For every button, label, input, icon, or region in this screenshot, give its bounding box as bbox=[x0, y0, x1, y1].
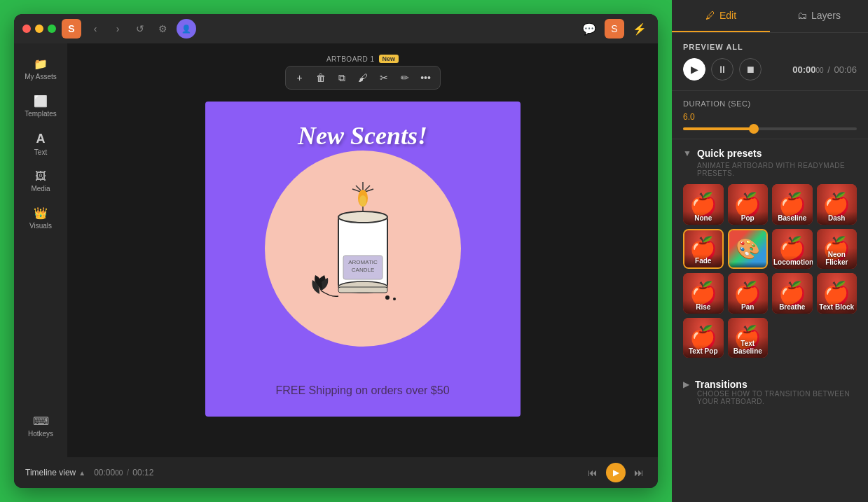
user-avatar: 👤 bbox=[177, 19, 196, 39]
sidebar-item-visuals[interactable]: 👑 Visuals bbox=[18, 201, 63, 235]
sidebar-bottom: ⌨ Hotkeys bbox=[18, 403, 63, 449]
copy-button[interactable]: ⧉ bbox=[333, 69, 350, 86]
timeline-time: 00:0000 / 00:12 bbox=[94, 468, 153, 477]
preset-text-pop[interactable]: 🍎 Text Pop bbox=[683, 318, 724, 358]
timeline-play-button[interactable]: ▶ bbox=[606, 463, 626, 482]
presets-grid: 🍎 None 🍎 Pop 🍎 Baseline bbox=[683, 184, 857, 358]
preset-baseline[interactable]: 🍎 Baseline bbox=[772, 184, 813, 225]
preset-pop-label: Pop bbox=[728, 211, 769, 225]
candle-circle: AROMATIC CANDLE bbox=[265, 151, 461, 347]
preview-controls: ▶ ⏸ ⏹ 00:0000 / 00:06 bbox=[683, 58, 857, 81]
preset-locomotion[interactable]: 🍎 Locomotion bbox=[772, 229, 813, 270]
section-header-presets: ▼ Quick presets bbox=[683, 148, 857, 159]
pen-button[interactable]: ✏ bbox=[397, 69, 413, 86]
media-label: Media bbox=[31, 185, 50, 193]
brush-button[interactable]: 🖌 bbox=[354, 69, 371, 86]
preset-locomotion-label: Locomotion bbox=[772, 256, 813, 269]
preview-play-button[interactable]: ▶ bbox=[683, 58, 705, 81]
preset-neon-flicker[interactable]: 🍎 Neon Flicker bbox=[817, 229, 857, 270]
timeline-total: 00:12 bbox=[132, 468, 153, 477]
svg-point-16 bbox=[393, 298, 396, 300]
app-logo: S bbox=[62, 19, 81, 39]
edit-icon: 🖊 bbox=[705, 10, 715, 21]
delete-button[interactable]: 🗑 bbox=[312, 69, 329, 86]
timeline-bar: Timeline view ▲ 00:0000 / 00:12 ⏮ ▶ ⏭ bbox=[14, 457, 658, 488]
publish-button[interactable]: ⚡ bbox=[630, 19, 649, 39]
tab-layers[interactable]: 🗂 Layers bbox=[770, 0, 868, 32]
preset-colorful-label bbox=[729, 262, 767, 267]
preset-text-pop-label: Text Pop bbox=[683, 344, 724, 358]
sidebar-item-text[interactable]: A Text bbox=[18, 126, 63, 162]
preset-none-label: None bbox=[683, 211, 724, 225]
crop-button[interactable]: ✂ bbox=[376, 69, 392, 86]
app-window: S ‹ › ↺ ⚙ 👤 💬 S ⚡ 📁 My Assets ⬜ bbox=[14, 14, 658, 488]
timeline-controls: ⏮ ▶ ⏭ bbox=[585, 463, 647, 482]
transitions-chevron-icon[interactable]: ▶ bbox=[683, 379, 689, 389]
back-button[interactable]: ‹ bbox=[87, 20, 104, 37]
assets-label: My Assets bbox=[25, 73, 57, 81]
preset-baseline-label: Baseline bbox=[772, 211, 813, 225]
maximize-button[interactable] bbox=[48, 25, 56, 33]
preview-pause-button[interactable]: ⏸ bbox=[711, 58, 733, 81]
chat-button[interactable]: 💬 bbox=[579, 19, 599, 39]
transitions-title: Transitions bbox=[695, 379, 748, 390]
visuals-label: Visuals bbox=[29, 222, 52, 230]
close-button[interactable] bbox=[22, 25, 31, 33]
share-button[interactable]: S bbox=[605, 19, 624, 39]
svg-rect-14 bbox=[338, 287, 387, 293]
timeline-chevron-icon: ▲ bbox=[78, 469, 85, 477]
transitions-subtitle: CHOOSE HOW TO TRANSITION BETWEEN YOUR AR… bbox=[697, 390, 857, 405]
svg-point-15 bbox=[385, 295, 390, 300]
preset-colorful[interactable]: 🎨 bbox=[728, 229, 769, 270]
presets-chevron-icon[interactable]: ▼ bbox=[683, 148, 691, 158]
artboard: New Scents! bbox=[205, 102, 521, 417]
sidebar-item-hotkeys[interactable]: ⌨ Hotkeys bbox=[18, 409, 63, 443]
sidebar-item-templates[interactable]: ⬜ Templates bbox=[18, 89, 63, 123]
preset-none[interactable]: 🍎 None bbox=[683, 184, 724, 225]
svg-text:CANDLE: CANDLE bbox=[351, 267, 373, 273]
preview-label: PREVIEW ALL bbox=[683, 43, 857, 51]
preview-total-time: 00:06 bbox=[834, 64, 857, 75]
preset-text-block[interactable]: 🍎 Text Block bbox=[817, 273, 857, 314]
quick-presets-section: ▼ Quick presets ANIMATE ARTBOARD WITH RE… bbox=[672, 139, 868, 370]
preview-separator: / bbox=[827, 64, 830, 75]
tab-edit[interactable]: 🖊 Edit bbox=[672, 0, 770, 32]
preset-pan[interactable]: 🍎 Pan bbox=[728, 273, 769, 314]
add-element-button[interactable]: + bbox=[291, 69, 308, 86]
assets-icon: 📁 bbox=[34, 57, 48, 71]
media-icon: 🖼 bbox=[35, 170, 46, 183]
sidebar: 📁 My Assets ⬜ Templates A Text 🖼 Media 👑 bbox=[14, 43, 67, 457]
preset-fade[interactable]: 🍎 Fade bbox=[683, 229, 724, 270]
editor-area: S ‹ › ↺ ⚙ 👤 💬 S ⚡ 📁 My Assets ⬜ bbox=[0, 0, 672, 502]
duration-slider[interactable] bbox=[683, 127, 857, 130]
artboard-tools: + 🗑 ⧉ 🖌 ✂ ✏ ••• bbox=[285, 66, 441, 90]
preset-breathe[interactable]: 🍎 Breathe bbox=[772, 273, 813, 314]
timeline-forward-button[interactable]: ⏭ bbox=[631, 464, 647, 481]
preset-pop[interactable]: 🍎 Pop bbox=[728, 184, 769, 225]
sidebar-item-assets[interactable]: 📁 My Assets bbox=[18, 52, 63, 86]
forward-button[interactable]: › bbox=[109, 20, 126, 37]
timeline-label: Timeline view ▲ bbox=[25, 468, 85, 477]
transitions-header: ▶ Transitions bbox=[683, 379, 857, 390]
preset-rise-label: Rise bbox=[683, 300, 724, 314]
sidebar-item-media[interactable]: 🖼 Media bbox=[18, 165, 63, 198]
hotkeys-icon: ⌨ bbox=[33, 414, 49, 428]
traffic-lights bbox=[22, 25, 56, 33]
duration-thumb[interactable] bbox=[749, 124, 759, 134]
more-button[interactable]: ••• bbox=[418, 69, 434, 86]
timeline-sep: / bbox=[127, 468, 129, 477]
visuals-icon: 👑 bbox=[34, 207, 48, 220]
preset-rise[interactable]: 🍎 Rise bbox=[683, 273, 724, 314]
settings-button[interactable]: ⚙ bbox=[154, 20, 171, 37]
duration-label: DURATION (SEC) bbox=[683, 99, 857, 108]
right-panel: 🖊 Edit 🗂 Layers PREVIEW ALL ▶ ⏸ ⏹ 00:000… bbox=[672, 0, 868, 502]
minimize-button[interactable] bbox=[35, 25, 43, 33]
preset-text-baseline[interactable]: 🍎 Text Baseline bbox=[728, 318, 769, 358]
timeline-rewind-button[interactable]: ⏮ bbox=[585, 464, 600, 481]
candle-svg: AROMATIC CANDLE bbox=[307, 179, 419, 319]
preview-stop-button[interactable]: ⏹ bbox=[739, 58, 762, 81]
templates-icon: ⬜ bbox=[34, 95, 48, 108]
preset-dash[interactable]: 🍎 Dash bbox=[817, 184, 857, 225]
timeline-current: 00:00 bbox=[94, 468, 115, 477]
refresh-button[interactable]: ↺ bbox=[132, 20, 149, 37]
